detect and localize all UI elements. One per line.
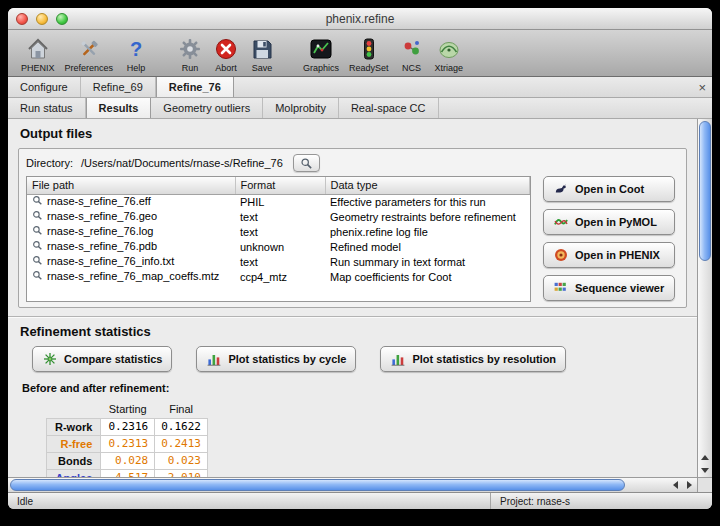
file-row[interactable]: rnase-s_refine_76_info.txt text Run summ… <box>27 254 530 269</box>
ncs-icon <box>399 36 425 62</box>
plot-statistics-by-cycle-button[interactable]: Plot statistics by cycle <box>196 346 356 372</box>
scroll-up-arrow[interactable] <box>698 451 712 464</box>
results-panel: Output files Directory: /Users/nat/Docum… <box>8 119 697 477</box>
save-floppy-icon <box>249 36 275 62</box>
stats-header-starting: Starting <box>101 401 155 418</box>
file-row[interactable]: rnase-s_refine_76.eff PHIL Effective par… <box>27 194 530 209</box>
toolbar-button-readyset[interactable]: ReadySet <box>344 35 394 74</box>
file-row[interactable]: rnase-s_refine_76.pdb unknown Refined mo… <box>27 239 530 254</box>
toolbar-button-run[interactable]: Run <box>172 35 208 74</box>
directory-label: Directory: <box>26 157 73 169</box>
column-header-format[interactable]: Format <box>235 177 325 194</box>
toolbar: PHENIX Preferences ? Help Run Abort <box>8 30 712 77</box>
toolbar-button-ncs[interactable]: NCS <box>394 35 430 74</box>
scroll-right-arrow[interactable] <box>682 478 696 492</box>
subtab-real-space-cc[interactable]: Real-space CC <box>339 98 439 118</box>
directory-value: /Users/nat/Documents/rnase-s/Refine_76 <box>81 157 283 169</box>
horizontal-scrollbar[interactable] <box>8 477 712 492</box>
resize-corner[interactable] <box>697 478 712 492</box>
project-status: Project: rnase-s <box>490 493 712 509</box>
toolbar-button-help[interactable]: ? Help <box>118 35 154 74</box>
directory-row: Directory: /Users/nat/Documents/rnase-s/… <box>26 154 679 172</box>
status-text: Idle <box>8 496 490 507</box>
section-divider <box>8 316 697 318</box>
vertical-scrollbar[interactable] <box>697 119 712 477</box>
document-tabs: Configure Refine_69 Refine_76 × <box>8 77 712 98</box>
scroll-down-arrow[interactable] <box>698 464 712 477</box>
window-title: phenix.refine <box>326 12 395 26</box>
output-file-table: File path Format Data type rnase-s_refin… <box>26 176 531 302</box>
refinement-stats-table: Starting Final R-work 0.2316 0.1622 R-fr… <box>46 401 208 477</box>
toolbar-button-save[interactable]: Save <box>244 35 280 74</box>
stats-row-rfree: R-free 0.2313 0.2413 <box>47 435 208 452</box>
column-header-data-type[interactable]: Data type <box>325 177 530 194</box>
open-in-pymol-button[interactable]: Open in PyMOL <box>543 209 675 235</box>
stats-header-final: Final <box>155 401 208 418</box>
phenix-home-icon <box>25 36 51 62</box>
tab-refine-76[interactable]: Refine_76 <box>156 77 234 97</box>
toolbar-button-abort[interactable]: Abort <box>208 35 244 74</box>
output-files-box: Directory: /Users/nat/Documents/rnase-s/… <box>18 148 687 308</box>
titlebar[interactable]: phenix.refine <box>8 8 712 30</box>
sequence-viewer-icon <box>553 280 569 296</box>
status-bar: Idle Project: rnase-s <box>8 492 712 509</box>
open-in-buttons: Open in Coot Open in PyMOL Open in PHENI… <box>543 176 675 301</box>
tab-configure[interactable]: Configure <box>8 77 81 97</box>
stats-row-angles: Angles 4.517 2.010 <box>47 469 208 477</box>
result-subtabs: Run status Results Geometry outliers Mol… <box>8 98 712 119</box>
subtab-run-status[interactable]: Run status <box>8 98 86 118</box>
help-icon: ? <box>123 36 149 62</box>
tab-refine-69[interactable]: Refine_69 <box>81 77 156 97</box>
column-header-file-path[interactable]: File path <box>27 177 235 194</box>
stats-row-bonds: Bonds 0.028 0.023 <box>47 452 208 469</box>
toolbar-button-phenix[interactable]: PHENIX <box>16 35 60 74</box>
magnifier-icon <box>32 240 43 253</box>
magnifier-icon <box>32 195 43 208</box>
preferences-tools-icon <box>76 36 102 62</box>
magnifier-icon <box>32 210 43 223</box>
subtab-geometry-outliers[interactable]: Geometry outliers <box>151 98 263 118</box>
pymol-icon <box>553 214 569 230</box>
file-row[interactable]: rnase-s_refine_76_map_coeffs.mtz ccp4_mt… <box>27 269 530 284</box>
coot-bird-icon <box>553 181 569 197</box>
magnifier-icon <box>32 255 43 268</box>
subtab-results[interactable]: Results <box>86 98 152 118</box>
compare-statistics-icon <box>42 351 58 367</box>
plot-statistics-by-resolution-button[interactable]: Plot statistics by resolution <box>380 346 566 372</box>
search-icon <box>300 157 313 170</box>
traffic-lights <box>16 13 68 25</box>
open-in-coot-button[interactable]: Open in Coot <box>543 176 675 202</box>
subtab-molprobity[interactable]: Molprobity <box>263 98 339 118</box>
app-window: phenix.refine PHENIX Preferences ? Help … <box>8 8 712 509</box>
bar-chart-icon <box>206 351 222 367</box>
xtriage-icon <box>436 36 462 62</box>
stats-row-rwork: R-work 0.2316 0.1622 <box>47 418 208 435</box>
vertical-scrollbar-thumb[interactable] <box>699 121 711 261</box>
close-tab-icon[interactable]: × <box>698 77 706 97</box>
sequence-viewer-button[interactable]: Sequence viewer <box>543 275 675 301</box>
close-window-button[interactable] <box>16 13 28 25</box>
toolbar-button-preferences[interactable]: Preferences <box>60 35 119 74</box>
minimize-window-button[interactable] <box>36 13 48 25</box>
phenix-circle-icon <box>553 247 569 263</box>
readyset-traffic-light-icon <box>356 36 382 62</box>
run-gear-icon <box>177 36 203 62</box>
horizontal-scrollbar-thumb[interactable] <box>10 479 625 491</box>
toolbar-button-xtriage[interactable]: Xtriage <box>430 35 469 74</box>
bar-chart-icon <box>390 351 406 367</box>
output-files-heading: Output files <box>20 126 687 141</box>
magnifier-icon <box>32 225 43 238</box>
file-row[interactable]: rnase-s_refine_76.geo text Geometry rest… <box>27 209 530 224</box>
before-after-label: Before and after refinement: <box>22 382 687 394</box>
file-row[interactable]: rnase-s_refine_76.log text phenix.refine… <box>27 224 530 239</box>
stats-corner-cell <box>47 401 101 418</box>
abort-icon <box>213 36 239 62</box>
scroll-left-arrow[interactable] <box>668 478 682 492</box>
browse-directory-button[interactable] <box>293 154 320 172</box>
magnifier-icon <box>32 270 43 283</box>
toolbar-button-graphics[interactable]: Graphics <box>298 35 344 74</box>
open-in-phenix-button[interactable]: Open in PHENIX <box>543 242 675 268</box>
compare-statistics-button[interactable]: Compare statistics <box>32 346 172 372</box>
zoom-window-button[interactable] <box>56 13 68 25</box>
graphics-icon <box>308 36 334 62</box>
